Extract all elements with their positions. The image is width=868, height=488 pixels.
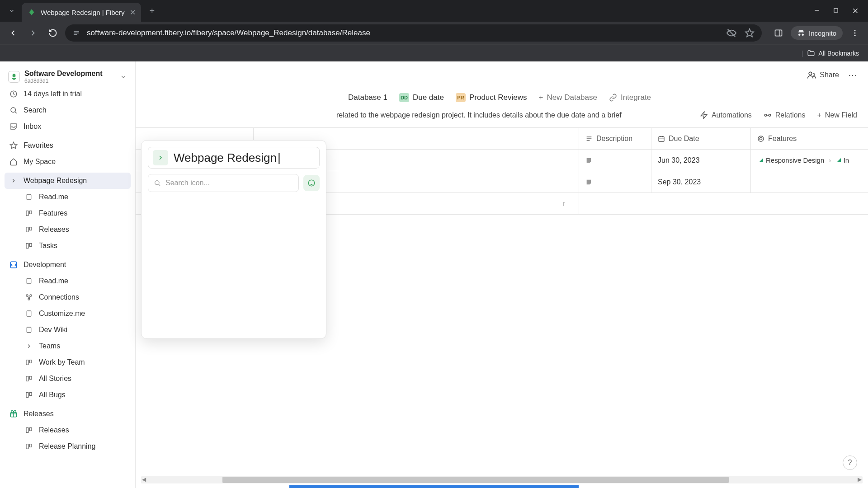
maximize-icon[interactable] (833, 7, 839, 14)
eye-off-icon[interactable] (726, 28, 736, 38)
board-icon (24, 241, 33, 250)
browser-titlebar: Webpage Redesign | Fibery ✕ + (0, 0, 868, 22)
browser-menu-icon[interactable] (847, 25, 863, 41)
scroll-left-icon[interactable]: ◀ (142, 476, 146, 483)
sidebar-item-connections[interactable]: Connections (5, 289, 131, 305)
sidebar-item-releases[interactable]: Releases (5, 221, 131, 238)
incognito-chip[interactable]: Incognito (791, 26, 843, 40)
doc-icon (24, 325, 33, 334)
share-button[interactable]: Share (807, 70, 839, 80)
cell-features[interactable]: Responsive Design› In (751, 150, 868, 171)
chevron-down-icon (120, 73, 127, 80)
clock-icon (9, 89, 18, 99)
svg-point-29 (28, 298, 30, 300)
sidebar-space-development[interactable]: Development (5, 257, 131, 273)
chevron-right-icon[interactable] (24, 342, 33, 351)
tab-search-dropdown[interactable] (5, 4, 19, 18)
sidebar-item-all-stories[interactable]: All Stories (5, 371, 131, 387)
all-bookmarks-button[interactable]: All Bookmarks (819, 50, 859, 57)
sidebar-my-space[interactable]: My Space (5, 154, 131, 170)
space-name-input[interactable]: Webpage Redesign (174, 151, 281, 165)
more-menu-icon[interactable]: ⋯ (848, 70, 857, 80)
sidebar-item-releases2[interactable]: Releases (5, 422, 131, 438)
cell-description[interactable] (579, 171, 651, 193)
sidebar-item-customize[interactable]: Customize.me (5, 305, 131, 322)
doc-icon (24, 277, 33, 286)
workspace-name: Software Development (24, 70, 102, 78)
new-database-button[interactable]: +New Database (539, 93, 597, 102)
cell-due-date[interactable]: Sep 30, 2023 (651, 171, 751, 193)
chevron-right-icon[interactable] (9, 176, 18, 185)
sidebar-item-dev-readme[interactable]: Read.me (5, 273, 131, 289)
workspace-switcher[interactable]: Software Development 6ad8d3d1 (5, 68, 131, 86)
feature-chip[interactable]: In (835, 155, 851, 165)
new-field-button[interactable]: +New Field (817, 111, 857, 119)
close-window-icon[interactable] (852, 7, 859, 14)
svg-rect-36 (26, 393, 28, 398)
dev-icon (9, 260, 18, 269)
minimize-icon[interactable] (814, 7, 820, 14)
text-icon (585, 135, 593, 142)
sidebar-item-readme[interactable]: Read.me (5, 189, 131, 205)
feature-chip[interactable]: Responsive Design› (757, 155, 833, 165)
sidebar-search[interactable]: Search (5, 102, 131, 118)
integrate-button[interactable]: Integrate (609, 93, 651, 102)
workspace-id: 6ad8d3d1 (24, 78, 102, 84)
cell-description[interactable] (579, 150, 651, 171)
tab-close-icon[interactable]: ✕ (130, 8, 136, 17)
tab-product-reviews[interactable]: PRProduct Reviews (456, 93, 527, 102)
svg-rect-33 (29, 360, 32, 363)
help-button[interactable]: ? (843, 455, 857, 470)
sidebar-item-release-planning[interactable]: Release Planning (5, 438, 131, 455)
tab-due-date[interactable]: DDDue date (399, 93, 444, 102)
sidebar-item-tasks[interactable]: Tasks (5, 238, 131, 254)
database-tabs: Database 1 DDDue date PRProduct Reviews … (136, 89, 868, 107)
reload-button[interactable] (45, 25, 61, 41)
sidebar-space-releases[interactable]: Releases (5, 406, 131, 422)
relations-button[interactable]: Relations (764, 111, 806, 119)
back-button[interactable] (5, 25, 21, 41)
icon-grid (148, 192, 320, 332)
link-icon (609, 94, 617, 102)
sidebar-item-teams[interactable]: Teams (5, 338, 131, 354)
cell-due-date[interactable]: Jun 30, 2023 (651, 150, 751, 171)
tab-favicon-icon (27, 8, 36, 17)
gift-icon (9, 409, 18, 418)
sidebar-item-devwiki[interactable]: Dev Wiki (5, 322, 131, 338)
board-icon (24, 358, 33, 367)
browser-tab[interactable]: Webpage Redesign | Fibery ✕ (22, 3, 141, 22)
forward-button[interactable] (25, 25, 41, 41)
sidebar-space-webpage-redesign[interactable]: Webpage Redesign (5, 173, 131, 189)
sidebar-inbox[interactable]: Inbox (5, 118, 131, 135)
loading-indicator (289, 485, 579, 488)
new-tab-button[interactable]: + (149, 6, 155, 16)
address-bar[interactable]: software-development.fibery.io/fibery/sp… (65, 24, 762, 42)
col-features[interactable]: Features (751, 128, 868, 150)
sidebar-favorites[interactable]: Favorites (5, 137, 131, 154)
board-icon (24, 209, 33, 218)
svg-line-16 (15, 112, 16, 113)
sidepanel-icon[interactable] (771, 25, 786, 41)
col-due-date[interactable]: Due Date (651, 128, 751, 150)
bookmarks-bar: | All Bookmarks (0, 44, 868, 61)
bookmark-star-icon[interactable] (745, 28, 755, 38)
svg-rect-32 (26, 360, 28, 365)
horizontal-scrollbar[interactable]: ◀ ▶ (141, 476, 863, 483)
site-info-icon[interactable] (72, 29, 80, 37)
trial-notice[interactable]: 14 days left in trial (5, 86, 131, 102)
automations-button[interactable]: Automations (700, 111, 752, 119)
badge-icon: PR (456, 93, 466, 102)
col-description[interactable]: Description (579, 128, 651, 150)
space-icon-button[interactable] (153, 150, 168, 165)
scroll-right-icon[interactable]: ▶ (858, 476, 862, 483)
scrollbar-thumb[interactable] (222, 477, 729, 483)
sidebar-item-all-bugs[interactable]: All Bugs (5, 387, 131, 403)
svg-point-46 (769, 114, 771, 117)
icon-search-input[interactable]: Search icon... (148, 174, 299, 192)
sidebar-item-work-by-team[interactable]: Work by Team (5, 354, 131, 371)
tab-database-1[interactable]: Database 1 (348, 93, 387, 102)
svg-rect-40 (29, 428, 32, 431)
random-icon-button[interactable] (303, 175, 320, 191)
sidebar-item-features[interactable]: Features (5, 205, 131, 221)
cell-features[interactable] (751, 171, 868, 193)
